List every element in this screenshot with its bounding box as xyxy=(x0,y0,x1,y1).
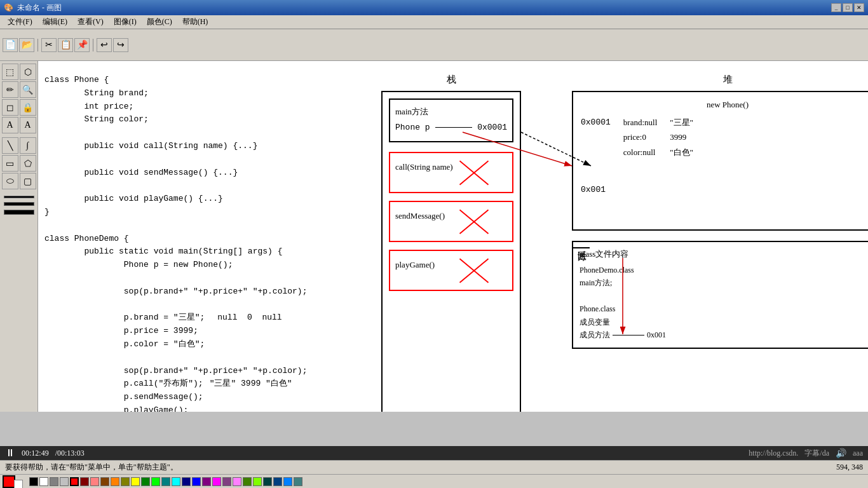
red-x-svg xyxy=(455,157,493,189)
pencil-tool[interactable]: ✏ xyxy=(2,81,18,98)
lasso-tool[interactable]: ⬡ xyxy=(20,64,36,80)
eraser-tool[interactable]: ◻ xyxy=(2,99,18,116)
color-darkteal[interactable] xyxy=(263,477,272,486)
color-cyan[interactable] xyxy=(172,477,180,486)
cut-button[interactable]: ✂ xyxy=(41,38,57,52)
code-line: sop(p.brand+" "+p.price+" "+p.color); xyxy=(44,285,362,299)
class-file-content: PhoneDemo.class main方法; Phone.class 成员变量… xyxy=(580,264,868,341)
color-slategray[interactable] xyxy=(294,477,302,486)
main-method-ref: main方法; xyxy=(580,276,868,289)
menu-edit[interactable]: 编辑(E) xyxy=(37,15,72,29)
select-tool[interactable]: ⬚ xyxy=(2,64,18,80)
color-blue[interactable] xyxy=(192,477,201,486)
color-purple[interactable] xyxy=(202,477,211,486)
sendmessage-red-x-svg xyxy=(455,206,493,238)
line-tool[interactable]: ╲ xyxy=(2,137,18,154)
close-button[interactable]: ✕ xyxy=(854,3,864,12)
color-brown[interactable] xyxy=(100,477,109,486)
line-width-2[interactable] xyxy=(4,202,34,206)
code-line xyxy=(44,126,362,140)
color-lime[interactable] xyxy=(151,477,160,486)
video-controls[interactable]: ⏸ 00:12:49 /00:13:03 http://blog.csdn. 字… xyxy=(0,446,868,460)
minimize-button[interactable]: _ xyxy=(831,3,841,12)
heap-sub-address: 0x001 xyxy=(581,185,868,194)
new-phone-title: new Phone() xyxy=(581,100,868,110)
code-line: p.brand = "三星"; xyxy=(44,311,205,325)
color-magenta[interactable] xyxy=(212,477,221,486)
code-line: p.sendMessage(); xyxy=(44,391,362,404)
window-title: 未命名 - 画图 xyxy=(17,3,62,13)
color-orange[interactable] xyxy=(111,477,119,486)
menubar: 文件(F) 编辑(E) 查看(V) 图像(I) 颜色(C) 帮助(H) xyxy=(0,15,868,29)
undo-button[interactable]: ↩ xyxy=(97,38,112,52)
canvas[interactable]: class Phone { String brand; int price; S… xyxy=(38,61,868,412)
line-width-3[interactable] xyxy=(4,210,34,215)
window-controls[interactable]: _ □ ✕ xyxy=(831,3,864,12)
color-navy[interactable] xyxy=(182,477,191,486)
code-line: public void call(String name) {...} xyxy=(44,140,362,153)
maximize-button[interactable]: □ xyxy=(843,3,853,12)
dropper-tool[interactable]: A xyxy=(20,117,36,133)
active-color xyxy=(3,475,15,488)
text-tool[interactable]: 🔒 xyxy=(20,99,36,116)
code-line xyxy=(44,351,362,365)
fill-tool[interactable]: 🔍 xyxy=(20,81,36,98)
color-chartreuse[interactable] xyxy=(243,477,252,486)
methods-address: 0x001 xyxy=(647,329,666,341)
menu-help[interactable]: 帮助(H) xyxy=(177,15,214,29)
stack-section: 栈 main方法 Phone p 0x0001 call(String name… xyxy=(381,74,521,412)
code-line: public void sendMessage() {...} xyxy=(44,166,362,180)
member-methods: 成员方法 xyxy=(580,329,610,341)
color-white[interactable] xyxy=(39,477,48,486)
color-fuchsia[interactable] xyxy=(233,477,241,486)
zoom-tool[interactable]: A xyxy=(2,117,18,133)
paste-button[interactable]: 📌 xyxy=(74,38,90,52)
menu-view[interactable]: 查看(V) xyxy=(72,15,109,29)
code-line: class PhoneDemo { xyxy=(44,233,362,246)
code-line: String brand; xyxy=(44,87,362,100)
field-price: price:0 xyxy=(623,130,657,144)
volume-icon[interactable]: 🔊 xyxy=(836,448,846,459)
code-line xyxy=(44,272,362,285)
color-teal[interactable] xyxy=(161,477,170,486)
color-mauve[interactable] xyxy=(222,477,231,486)
color-pink[interactable] xyxy=(90,477,99,486)
code-line: Phone p = new Phone(); xyxy=(44,259,362,272)
color-maroon[interactable] xyxy=(80,477,89,486)
color-skyblue[interactable] xyxy=(283,477,292,486)
color-olive[interactable] xyxy=(121,477,130,486)
open-button[interactable]: 📂 xyxy=(19,38,34,52)
menu-image[interactable]: 图像(I) xyxy=(109,15,142,29)
heap-fields: brand:null price:0 color:null xyxy=(623,115,657,159)
main-method-label: main方法 xyxy=(395,106,507,118)
color-yellowgreen[interactable] xyxy=(253,477,262,486)
ellipse-tool[interactable]: ⬭ xyxy=(2,173,18,189)
copy-button[interactable]: 📋 xyxy=(58,38,73,52)
field-color: color:null xyxy=(623,145,657,159)
val-color: "白色" xyxy=(670,145,693,159)
val-price: 3999 xyxy=(670,130,693,144)
line-width-1[interactable] xyxy=(4,196,34,198)
color-yellow[interactable] xyxy=(131,477,140,486)
video-suffix: aaa xyxy=(853,449,863,458)
video-url2: 字幕/da xyxy=(804,448,829,459)
color-silver[interactable] xyxy=(60,477,69,486)
color-red[interactable] xyxy=(70,477,79,486)
help-text: 要获得帮助，请在"帮助"菜单中，单击"帮助主题"。 xyxy=(5,462,178,473)
pause-button[interactable]: ⏸ xyxy=(5,447,15,459)
color-black[interactable] xyxy=(29,477,38,486)
menu-color[interactable]: 颜色(C) xyxy=(142,15,177,29)
code-line: p.call("乔布斯"); xyxy=(44,377,203,391)
heap-address: 0x0001 xyxy=(581,118,611,127)
rect-tool[interactable]: ▭ xyxy=(2,155,18,172)
curve-tool[interactable]: ∫ xyxy=(20,137,36,154)
poly-tool[interactable]: ⬠ xyxy=(20,155,36,172)
bg-color xyxy=(14,480,23,489)
color-gray[interactable] xyxy=(50,477,58,486)
color-steelblue[interactable] xyxy=(273,477,282,486)
color-green[interactable] xyxy=(141,477,150,486)
menu-file[interactable]: 文件(F) xyxy=(3,15,37,29)
redo-button[interactable]: ↪ xyxy=(113,38,128,52)
round-rect-tool[interactable]: ▢ xyxy=(20,173,36,189)
new-button[interactable]: 📄 xyxy=(3,38,18,52)
